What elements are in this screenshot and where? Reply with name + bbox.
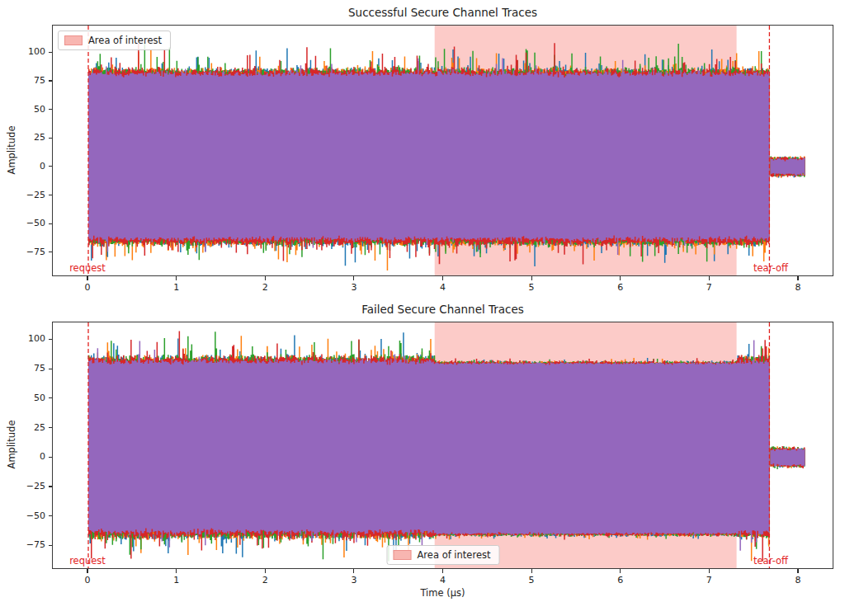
trace-spike-layer: [88, 332, 769, 557]
x-tick-label: 2: [251, 282, 279, 293]
trace-spike-layer: [88, 49, 769, 266]
legend-swatch-icon: [64, 35, 83, 45]
annotation-tear-off: tear-off: [734, 262, 808, 274]
y-tick-mark: [49, 80, 53, 81]
x-tick-label: 7: [695, 282, 723, 293]
x-tick-label: 4: [429, 575, 457, 585]
y-tick-mark: [49, 339, 53, 340]
trace-body: [88, 59, 769, 256]
trace-body: [88, 341, 769, 551]
x-tick-label: 0: [73, 282, 101, 293]
y-tick-label: −25: [12, 481, 45, 491]
x-axis-label: Time (µs): [52, 587, 833, 599]
idle-tail-layer: [771, 446, 805, 468]
x-tick-mark: [87, 276, 87, 280]
x-tick-mark: [442, 276, 443, 280]
y-tick-label: −25: [12, 190, 45, 200]
x-tick-label: 5: [517, 575, 545, 585]
legend-area-of-interest: Area of interest: [387, 545, 500, 565]
x-tick-mark: [620, 276, 621, 280]
y-tick-mark: [49, 252, 53, 252]
idle-tail-layer: [771, 157, 805, 178]
y-tick-label: 100: [12, 333, 45, 344]
x-tick-mark: [353, 569, 354, 573]
y-tick-label: −50: [12, 510, 45, 521]
y-axis-label: Amplitude: [6, 68, 17, 233]
axes-box-successful: [52, 25, 833, 276]
x-tick-mark: [709, 569, 710, 573]
y-tick-mark: [49, 369, 53, 369]
x-tick-label: 4: [429, 282, 457, 293]
figure: Successful Secure Channel Traces Amplitu…: [0, 0, 845, 616]
trace-spike-layer: [88, 332, 769, 561]
legend-swatch-icon: [394, 550, 412, 560]
x-tick-label: 5: [517, 282, 545, 293]
y-tick-label: −75: [12, 247, 45, 257]
plot-title-failed: Failed Secure Channel Traces: [52, 303, 833, 316]
y-tick-label: −75: [12, 539, 45, 550]
y-tick-label: 50: [12, 393, 45, 403]
trace-canvas: [53, 26, 833, 276]
annotation-tear-off: tear-off: [734, 555, 808, 567]
trace-spike-layer: [88, 331, 769, 561]
y-tick-label: 75: [12, 75, 45, 86]
x-tick-mark: [176, 276, 177, 280]
y-tick-label: 0: [12, 161, 45, 172]
plot-failed: Failed Secure Channel Traces Amplitude A…: [0, 0, 845, 616]
y-tick-mark: [49, 195, 53, 195]
x-tick-mark: [176, 569, 177, 573]
x-tick-mark: [265, 569, 266, 573]
area-of-interest-region: [435, 26, 737, 276]
trace-spike-layer: [88, 50, 769, 271]
x-tick-label: 3: [340, 575, 368, 585]
y-tick-mark: [49, 52, 53, 53]
y-tick-label: 25: [12, 132, 45, 143]
legend-label: Area of interest: [418, 549, 491, 561]
y-tick-mark: [49, 486, 53, 487]
y-tick-mark: [49, 138, 53, 139]
trace-spike-layer: [88, 42, 769, 261]
x-tick-label: 8: [784, 282, 812, 293]
x-tick-label: 0: [73, 575, 101, 585]
y-tick-mark: [49, 515, 53, 516]
idle-tail-layer: [771, 446, 805, 468]
legend-label: Area of interest: [88, 35, 162, 46]
plot-title-successful: Successful Secure Channel Traces: [52, 6, 833, 19]
y-axis-label: Amplitude: [6, 362, 17, 527]
y-tick-mark: [49, 397, 53, 398]
idle-tail-layer: [771, 156, 805, 176]
idle-tail-layer: [771, 156, 805, 178]
x-tick-mark: [709, 276, 710, 280]
y-tick-mark: [49, 166, 53, 167]
y-tick-mark: [49, 223, 53, 224]
idle-tail-layer: [771, 449, 805, 467]
axes-box-failed: [52, 322, 833, 569]
area-of-interest-region: [435, 322, 737, 569]
x-tick-mark: [265, 276, 266, 280]
y-tick-label: 50: [12, 104, 45, 115]
x-tick-mark: [797, 569, 798, 573]
plot-successful: Successful Secure Channel Traces Amplitu…: [0, 0, 845, 616]
annotation-request: request: [50, 555, 125, 567]
x-tick-label: 8: [784, 575, 812, 585]
x-tick-label: 6: [607, 282, 635, 293]
idle-tail-layer: [771, 158, 805, 176]
trace-spike-layer: [88, 43, 769, 264]
trace-canvas: [53, 322, 833, 569]
y-tick-label: 25: [12, 422, 45, 433]
idle-tail-layer: [771, 157, 805, 178]
idle-tail-layer: [771, 446, 805, 468]
x-tick-mark: [531, 569, 532, 573]
trace-spike-layer: [88, 336, 769, 561]
y-tick-mark: [49, 427, 53, 428]
idle-tail-layer: [771, 446, 805, 469]
x-tick-label: 3: [340, 282, 368, 293]
y-tick-label: 100: [12, 46, 45, 57]
x-tick-label: 6: [607, 575, 635, 585]
x-tick-mark: [531, 276, 532, 280]
x-tick-label: 2: [251, 575, 279, 585]
x-tick-mark: [620, 569, 621, 573]
annotation-request: request: [50, 262, 125, 274]
x-tick-mark: [87, 569, 87, 573]
x-tick-mark: [442, 569, 443, 573]
